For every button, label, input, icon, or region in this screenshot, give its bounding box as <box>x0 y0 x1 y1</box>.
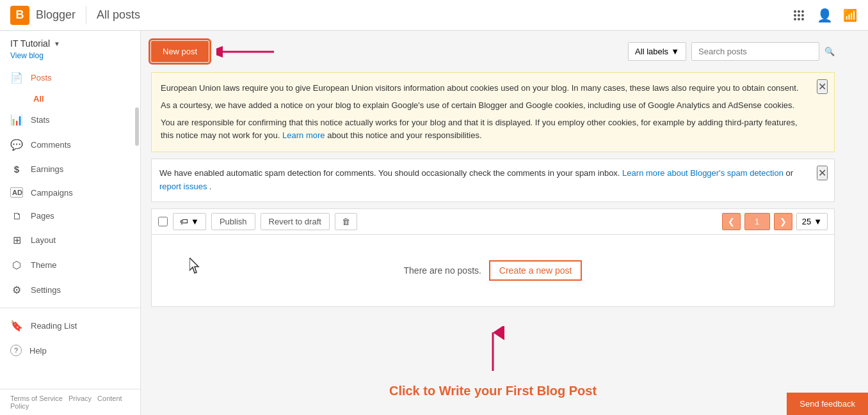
all-labels-button[interactable]: All labels ▼ <box>628 42 686 61</box>
revert-to-draft-button[interactable]: Revert to draft <box>261 213 330 230</box>
annotation-text: Click to Write your First Blog Post <box>151 384 835 398</box>
new-post-button[interactable]: New post <box>151 41 209 62</box>
spam-notice-close-button[interactable]: ✕ <box>817 166 828 180</box>
new-post-left: New post <box>151 41 280 62</box>
new-post-right: All labels ▼ 🔍 <box>628 42 835 61</box>
next-page-button[interactable]: ❯ <box>774 213 792 230</box>
main-content: New post <box>141 31 868 415</box>
eu-notice-text1: European Union laws require you to give … <box>161 82 811 95</box>
eu-learn-more-link[interactable]: Learn more <box>282 130 325 140</box>
pages-icon: 🗋 <box>10 210 23 221</box>
posts-toolbar: 🏷 ▼ Publish Revert to draft 🗑 ❮ 1 ❯ 25 ▼ <box>151 208 835 235</box>
label-dropdown-arrow: ▼ <box>191 217 199 226</box>
grid-menu-icon[interactable] <box>791 8 807 23</box>
sidebar-item-label: Theme <box>31 260 56 270</box>
terms-link[interactable]: Terms of Service <box>10 395 63 402</box>
sidebar-navigation: 📄 Posts All 📊 Stats 💬 Comments $ Earning… <box>0 65 140 389</box>
blog-selector-section: IT Tutorial ▼ View blog <box>0 31 140 65</box>
sidebar-item-theme[interactable]: ⬡ Theme <box>0 253 140 278</box>
sidebar-item-label: Campaigns <box>31 188 73 198</box>
layout-icon: ⊞ <box>10 234 23 246</box>
sidebar-item-label: Comments <box>31 140 71 150</box>
search-input[interactable] <box>691 42 819 61</box>
campaigns-icon: AD <box>10 187 23 198</box>
search-icon[interactable]: 🔍 <box>824 47 835 56</box>
sidebar-item-posts[interactable]: 📄 Posts <box>0 65 140 90</box>
settings-icon: ⚙ <box>10 284 23 296</box>
theme-icon: ⬡ <box>10 259 23 271</box>
dropdown-arrow-icon: ▼ <box>54 40 60 47</box>
sidebar-item-pages[interactable]: 🗋 Pages <box>0 204 140 228</box>
sidebar-item-layout[interactable]: ⊞ Layout <box>0 228 140 253</box>
select-all-checkbox[interactable] <box>158 217 168 226</box>
empty-state: There are no posts. Create a new post <box>151 235 835 307</box>
publish-button[interactable]: Publish <box>211 213 255 230</box>
earnings-icon: $ <box>10 164 23 175</box>
page-title: All posts <box>97 8 791 22</box>
per-page-arrow: ▼ <box>814 217 822 226</box>
main-inner: New post <box>141 31 845 409</box>
spam-learn-more-link[interactable]: Learn more about Blogger's spam detectio… <box>622 168 784 178</box>
sidebar-item-comments[interactable]: 💬 Comments <box>0 132 140 157</box>
posts-icon: 📄 <box>10 72 23 84</box>
sidebar-item-label: Posts <box>31 73 52 82</box>
blogger-logo: B <box>10 6 29 25</box>
sidebar-item-help[interactable]: ? Help <box>0 338 140 363</box>
blog-selector[interactable]: IT Tutorial ▼ <box>10 38 130 49</box>
send-feedback-button[interactable]: Send feedback <box>787 393 868 415</box>
new-post-bar: New post <box>151 41 835 62</box>
view-blog-link[interactable]: View blog <box>10 51 130 60</box>
user-avatar-icon[interactable]: 👤 <box>817 8 832 23</box>
delete-button[interactable]: 🗑 <box>335 213 357 230</box>
sidebar: IT Tutorial ▼ View blog 📄 Posts All 📊 St… <box>0 31 141 415</box>
svg-marker-4 <box>189 258 198 273</box>
page-number-button[interactable]: 1 <box>744 213 770 230</box>
arrow-svg <box>216 42 280 61</box>
sidebar-item-campaigns[interactable]: AD Campaigns <box>0 181 140 204</box>
create-new-post-link[interactable]: Create a new post <box>489 260 583 281</box>
top-header: B Blogger All posts 👤 📶 <box>0 0 868 31</box>
sidebar-scrollbar[interactable] <box>135 107 139 146</box>
prev-page-button[interactable]: ❮ <box>722 213 741 230</box>
arrow-annotation <box>216 42 280 61</box>
eu-notice-text3: You are responsible for confirming that … <box>161 116 811 143</box>
main-layout: IT Tutorial ▼ View blog 📄 Posts All 📊 St… <box>0 31 868 415</box>
sidebar-item-earnings[interactable]: $ Earnings <box>0 157 140 181</box>
sidebar-footer: Terms of Service Privacy Content Policy <box>0 389 140 415</box>
sidebar-item-label: Stats <box>31 115 50 125</box>
annotation-area: Click to Write your First Blog Post <box>151 326 835 398</box>
comments-icon: 💬 <box>10 139 23 151</box>
sidebar-item-label: Pages <box>31 211 54 221</box>
label-icon: 🏷 <box>180 217 188 226</box>
dropdown-chevron-icon: ▼ <box>671 47 679 56</box>
sidebar-item-stats[interactable]: 📊 Stats <box>0 107 140 132</box>
report-issues-link[interactable]: report issues <box>159 182 207 191</box>
eu-notice-close-button[interactable]: ✕ <box>817 79 828 94</box>
sidebar-subitem-all[interactable]: All <box>0 90 140 107</box>
reading-list-icon: 🔖 <box>10 320 23 332</box>
toolbar-left: 🏷 ▼ Publish Revert to draft 🗑 <box>158 213 357 230</box>
no-posts-text: There are no posts. <box>404 265 481 276</box>
header-divider <box>86 6 86 24</box>
sidebar-item-label: Reading List <box>31 321 77 331</box>
all-posts-label: All <box>33 94 44 104</box>
blog-name: IT Tutorial <box>10 38 50 49</box>
sidebar-item-label: Layout <box>31 235 56 245</box>
help-icon: ? <box>10 345 22 356</box>
mouse-cursor-icon <box>189 258 202 276</box>
spam-notice: ✕ We have enabled automatic spam detecti… <box>151 159 835 202</box>
sidebar-item-label: Help <box>29 346 47 356</box>
header-icons: 👤 📶 <box>791 8 858 23</box>
per-page-button[interactable]: 25 ▼ <box>796 213 828 230</box>
sidebar-item-label: Settings <box>31 285 61 295</box>
eu-cookie-notice: ✕ European Union laws require you to giv… <box>151 72 835 152</box>
stats-icon: 📊 <box>10 114 23 126</box>
privacy-link[interactable]: Privacy <box>68 395 92 402</box>
sidebar-item-reading-list[interactable]: 🔖 Reading List <box>0 313 140 338</box>
wifi-icon: 📶 <box>842 8 858 23</box>
label-button[interactable]: 🏷 ▼ <box>173 213 206 230</box>
sidebar-item-settings[interactable]: ⚙ Settings <box>0 278 140 302</box>
app-name: Blogger <box>36 8 76 22</box>
toolbar-right: ❮ 1 ❯ 25 ▼ <box>722 213 828 230</box>
sidebar-item-label: Earnings <box>31 164 63 174</box>
